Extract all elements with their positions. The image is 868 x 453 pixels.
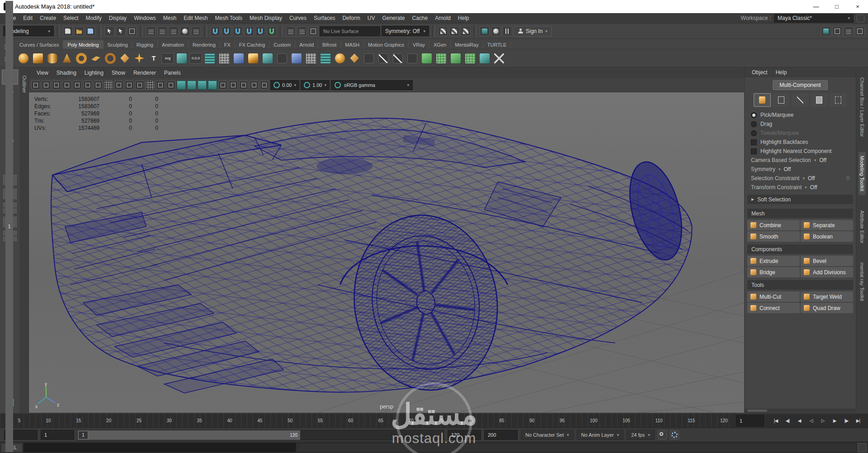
open-scene-icon[interactable] bbox=[74, 26, 84, 36]
extract-icon[interactable] bbox=[290, 52, 303, 65]
shelf-tab[interactable]: Rendering bbox=[189, 40, 220, 49]
uv-mode-icon[interactable] bbox=[830, 93, 847, 107]
select-by-object-type-icon[interactable] bbox=[116, 26, 126, 36]
poly-cylinder-icon[interactable] bbox=[46, 52, 59, 65]
hypershade-icon[interactable] bbox=[491, 26, 501, 36]
symmetry-select[interactable]: Symmetry: Off▾ bbox=[382, 26, 429, 36]
ipr-render-icon[interactable] bbox=[449, 26, 459, 36]
component-action-button[interactable]: Add Divisions bbox=[801, 267, 853, 277]
character-set-select[interactable]: No Character Set▾ bbox=[521, 430, 574, 440]
shelf-tab[interactable]: Sculpting bbox=[104, 40, 132, 49]
menu-item[interactable]: Mesh Tools bbox=[212, 15, 246, 21]
divider[interactable] bbox=[474, 25, 476, 37]
smooth-icon[interactable] bbox=[319, 52, 332, 65]
menu-item[interactable]: Deform bbox=[339, 15, 363, 21]
fill-hole-icon[interactable] bbox=[304, 52, 318, 65]
tool-action-button[interactable]: Multi-Cut bbox=[747, 291, 800, 302]
multi-cut-icon[interactable] bbox=[377, 52, 390, 65]
animation-preferences-icon[interactable] bbox=[670, 430, 679, 439]
range-track[interactable]: 1 120 bbox=[77, 430, 444, 440]
save-scene-icon[interactable] bbox=[85, 26, 95, 36]
shelf-tab[interactable]: TURTLE bbox=[483, 40, 511, 49]
soft-selection-header[interactable]: ▶ Soft Selection bbox=[747, 195, 853, 204]
menu-item[interactable]: UV bbox=[364, 15, 379, 21]
menu-item[interactable]: Arnold bbox=[431, 15, 454, 21]
constraint-dropdown-row[interactable]: Selection Constraint ▾ Off 0 bbox=[745, 174, 856, 183]
panel-menu-item[interactable]: Shading bbox=[52, 70, 80, 76]
selection-mode-radio[interactable]: Pick/Marquee bbox=[745, 110, 856, 119]
output-connections-icon[interactable] bbox=[297, 26, 307, 36]
two-d-pan-zoom-icon[interactable] bbox=[83, 81, 92, 90]
pause-icon[interactable] bbox=[502, 26, 512, 36]
workspace-select[interactable]: Maya Classic*▾ bbox=[774, 14, 854, 23]
lock-camera-icon[interactable] bbox=[42, 81, 51, 90]
menu-item[interactable]: Modify bbox=[82, 15, 105, 21]
panel-menu-item[interactable]: Panels bbox=[160, 70, 185, 76]
tools-section-header[interactable]: Tools bbox=[747, 280, 853, 290]
exposure-field[interactable]: 0.00 ▾ bbox=[270, 80, 299, 90]
shadows-icon[interactable] bbox=[218, 81, 227, 90]
poly-cube-icon[interactable] bbox=[31, 52, 45, 65]
menu-item[interactable]: Help bbox=[454, 15, 473, 21]
vertex-mode-icon[interactable] bbox=[773, 93, 790, 107]
playback-end-field[interactable]: 120 bbox=[448, 430, 481, 440]
svg-tool-icon[interactable]: svg bbox=[161, 53, 174, 64]
anim-layer-select[interactable]: No Anim Layer▾ bbox=[577, 430, 624, 440]
grid-toggle-icon[interactable] bbox=[104, 81, 113, 90]
viewport-3d-canvas[interactable]: Verts: 1583607 0 0 Edges: 1583607 0 0 bbox=[29, 92, 744, 413]
safe-action-icon[interactable] bbox=[156, 81, 165, 90]
render-current-frame-icon[interactable] bbox=[438, 26, 448, 36]
divider[interactable] bbox=[204, 25, 207, 37]
poly-torus-icon[interactable] bbox=[75, 52, 88, 65]
go-to-start-button[interactable]: |◀ bbox=[770, 415, 781, 426]
field-chart-icon[interactable] bbox=[146, 81, 155, 90]
shrink-wrap-icon[interactable] bbox=[449, 52, 462, 65]
panel-menu-item[interactable]: Show bbox=[108, 70, 129, 76]
deformations-mask-icon[interactable] bbox=[191, 26, 201, 36]
type-tool-icon[interactable]: T bbox=[147, 52, 160, 65]
menu-item[interactable]: Curves bbox=[286, 15, 310, 21]
snap-to-grid-icon[interactable] bbox=[210, 26, 220, 36]
shelf-tab[interactable]: Custom bbox=[269, 40, 295, 49]
combine-icon[interactable] bbox=[261, 52, 274, 65]
tool-action-button[interactable]: Target Weld bbox=[801, 291, 853, 302]
image-plane-icon[interactable] bbox=[73, 81, 82, 90]
close-button[interactable]: × bbox=[847, 0, 868, 13]
gate-mask-icon[interactable] bbox=[135, 81, 144, 90]
construction-history-icon[interactable] bbox=[308, 26, 318, 36]
mesh-action-button[interactable]: Smooth bbox=[747, 231, 800, 242]
tool-action-button[interactable]: Quad Draw bbox=[801, 303, 853, 313]
step-forward-key-button[interactable]: |▶ bbox=[841, 415, 852, 426]
new-scene-icon[interactable] bbox=[63, 26, 73, 36]
snap-to-view-plane-icon[interactable] bbox=[255, 26, 265, 36]
curves-mask-icon[interactable] bbox=[169, 26, 179, 36]
divider[interactable] bbox=[57, 25, 60, 37]
maximize-button[interactable]: □ bbox=[826, 0, 847, 13]
paint-effects-icon[interactable] bbox=[480, 26, 490, 36]
constraint-dropdown-row[interactable]: Symmetry ▾ Off bbox=[745, 165, 856, 174]
ambient-occlusion-icon[interactable] bbox=[229, 81, 238, 90]
handles-mask-icon[interactable] bbox=[146, 26, 156, 36]
shelf-tab[interactable]: Arnold bbox=[295, 40, 318, 49]
sculpt-brush-icon[interactable] bbox=[478, 52, 491, 65]
snap-to-curve-icon[interactable] bbox=[222, 26, 231, 36]
menu-item[interactable]: Display bbox=[105, 15, 130, 21]
mesh-action-button[interactable]: Separate bbox=[801, 220, 853, 230]
toggle-modeling-toolkit-icon[interactable] bbox=[855, 26, 865, 36]
highlight-checkbox[interactable]: Highlight Nearest Component bbox=[745, 147, 856, 156]
joints-mask-icon[interactable] bbox=[157, 26, 167, 36]
safe-title-icon[interactable] bbox=[166, 81, 175, 90]
playback-start-field[interactable]: 1 bbox=[41, 430, 74, 440]
mesh-action-button[interactable]: Boolean bbox=[801, 231, 853, 242]
isolate-select-icon[interactable] bbox=[260, 81, 269, 90]
shelf-tab[interactable]: VRay bbox=[409, 40, 429, 49]
shelf-tab[interactable]: Curves / Surfaces bbox=[15, 40, 63, 49]
shelf-tab[interactable]: Bifrost bbox=[318, 40, 341, 49]
wireframe-mode-icon[interactable] bbox=[177, 81, 186, 90]
live-surface-field[interactable]: No Live Surface bbox=[320, 26, 380, 36]
bevel-icon[interactable] bbox=[348, 52, 361, 65]
edge-mode-icon[interactable] bbox=[792, 93, 809, 107]
motion-blur-icon[interactable] bbox=[239, 81, 248, 90]
subdivide-icon[interactable] bbox=[217, 52, 231, 65]
poly-reduce-icon[interactable] bbox=[232, 52, 245, 65]
